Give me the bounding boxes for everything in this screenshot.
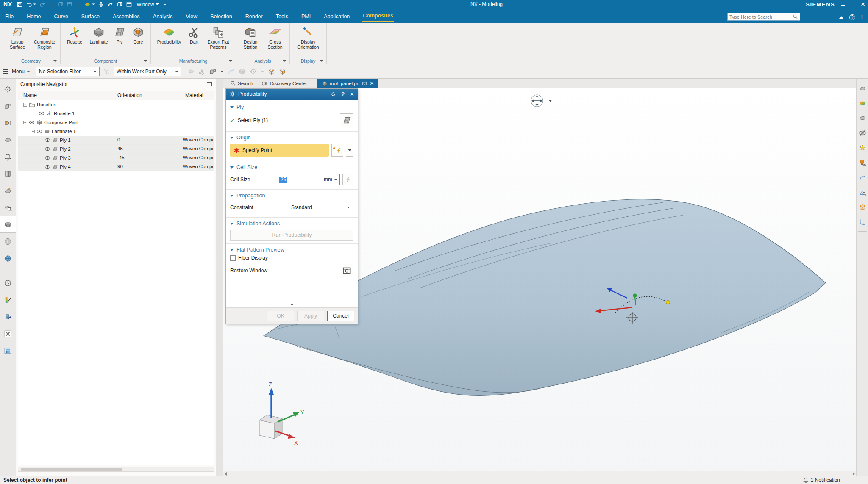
visibility-eye-icon[interactable] [29,119,35,125]
roles-icon[interactable] [1,291,15,308]
tree-row-ply-2[interactable]: Ply 2 45 Woven Compo [18,145,214,154]
collapse-toggle[interactable]: − [31,130,35,133]
dart-button[interactable]: Dart [186,25,203,44]
display-orientation-button[interactable]: Display Orientation [292,25,324,50]
ply-button[interactable]: Ply [111,25,128,44]
snap-point-icon[interactable] [209,68,217,75]
view-creator-icon[interactable] [1,182,15,199]
hamburger-icon[interactable] [3,69,8,74]
collapse-toggle[interactable]: − [23,103,27,107]
tree-row-ply-1[interactable]: Ply 1 0 Woven Compo [18,136,214,145]
search-icon[interactable] [793,14,798,19]
tree-row-ply-4[interactable]: Ply 4 90 Woven Compo [18,163,214,171]
deselect-icon[interactable] [198,68,206,75]
tree-row-laminate-1[interactable]: − Laminate 1 [18,127,214,136]
qat-customize-icon[interactable] [163,4,167,5]
select-ply-button[interactable] [340,113,353,127]
search-input[interactable] [729,14,793,19]
constraint-dropdown[interactable]: Standard [288,202,353,213]
snap-caret-icon[interactable] [220,71,224,72]
undo-button[interactable] [26,1,36,8]
tree-row-rosette-1[interactable]: Rosette 1 [18,109,214,118]
section-collapse-icon[interactable] [230,137,234,139]
toolbox-icon[interactable] [1,325,15,342]
tab-composites[interactable]: Composites [362,11,394,22]
layup-surface-button[interactable]: Layup Surface [4,25,31,50]
specify-point-field[interactable]: Specify Point [230,144,329,157]
paste-icon[interactable] [67,1,72,7]
visibility-eye-icon[interactable] [45,146,50,152]
sphere-point-icon[interactable] [279,68,286,75]
restore-window-button[interactable] [340,264,353,277]
history-icon[interactable] [1,274,15,291]
group-dropdown-icon[interactable] [320,60,323,62]
scroll-left-icon[interactable] [225,472,227,476]
column-material[interactable]: Material [180,91,214,100]
producibility-button[interactable]: Producibility [153,25,185,44]
export-flat-patterns-button[interactable]: Export Flat Patterns [203,25,233,50]
group-dropdown-icon[interactable] [144,60,147,62]
constraint-navigator-icon[interactable] [1,114,15,131]
shaded-sphere-icon[interactable] [268,68,275,75]
column-orientation[interactable]: Orientation [112,91,180,100]
show-hide-icon[interactable] [857,126,868,140]
group-label-analysis[interactable]: Analysis [239,58,287,64]
hand-part-icon[interactable] [857,111,868,125]
end-point-icon[interactable] [239,68,246,75]
tab-home[interactable]: Home [26,12,42,22]
close-tab-icon[interactable]: ✕ [370,80,374,86]
cell-size-input[interactable]: 25 mm [277,174,340,185]
tab-assemblies[interactable]: Assemblies [112,12,141,22]
favorites-icon[interactable] [857,141,868,155]
point-on-curve-icon[interactable] [228,68,235,75]
minimize-button[interactable] [841,1,845,7]
point-dialog-button[interactable] [331,144,343,157]
undock-panel-icon[interactable] [207,82,212,86]
group-dropdown-icon[interactable] [283,60,286,62]
tab-search[interactable]: Search [226,79,257,88]
microphone-icon[interactable] [98,1,104,8]
highlight-icon[interactable] [187,68,195,75]
return-arrow-icon[interactable] [857,215,868,229]
dialog-close-icon[interactable]: ✕ [350,91,354,97]
reuse-library-icon[interactable] [1,165,15,182]
tab-pmi[interactable]: PMI [300,12,312,22]
palette-button[interactable] [84,1,95,8]
laminate-button[interactable]: Laminate [87,25,111,44]
section-flat-pattern-preview[interactable]: Flat Pattern Preview [226,244,358,254]
run-producibility-button[interactable]: Run Producibility [230,230,353,241]
hand-part-icon[interactable] [857,81,868,96]
dialog-collapse-strip[interactable] [226,301,358,307]
rosette-button[interactable]: Rosette [63,25,86,44]
copy-icon[interactable] [58,1,64,7]
section-collapse-icon[interactable] [230,166,234,169]
section-collapse-icon[interactable] [230,223,234,225]
selection-filter-dropdown[interactable]: No Selection Filter [36,67,100,76]
bounded-cube-icon[interactable] [857,200,868,214]
window-icon[interactable] [126,1,132,8]
mid-point-icon[interactable] [250,68,257,75]
part-inspector-icon[interactable] [1,199,15,216]
notifications-icon[interactable] [1,148,15,165]
restore-button[interactable] [851,1,854,7]
help-icon[interactable]: ? [849,14,855,20]
section-collapse-icon[interactable] [230,249,234,251]
tree-row-composite-part[interactable]: − Composite Part [18,118,214,127]
assembly-navigator-icon[interactable] [1,97,15,114]
group-label-display[interactable]: Display [292,58,324,64]
section-ply[interactable]: Ply [226,101,358,111]
group-dropdown-icon[interactable] [53,60,57,62]
tab-view[interactable]: View [185,12,198,22]
design-station-button[interactable]: Design Station [239,25,262,50]
group-label-manufacturing[interactable]: Manufacturing [153,58,233,64]
tab-curve[interactable]: Curve [53,12,69,22]
fullscreen-icon[interactable] [829,15,833,19]
part-navigator-icon[interactable] [1,131,15,148]
snap-more-caret-icon[interactable] [261,71,264,72]
tree-row-ply-3[interactable]: Ply 3 -45 Woven Compo [18,154,214,163]
group-dropdown-icon[interactable] [229,60,232,62]
scrollbar-thumb[interactable] [21,468,122,471]
dialog-help-icon[interactable]: ? [341,91,345,97]
tab-tools[interactable]: Tools [275,12,289,22]
close-button[interactable]: ✕ [860,1,865,8]
